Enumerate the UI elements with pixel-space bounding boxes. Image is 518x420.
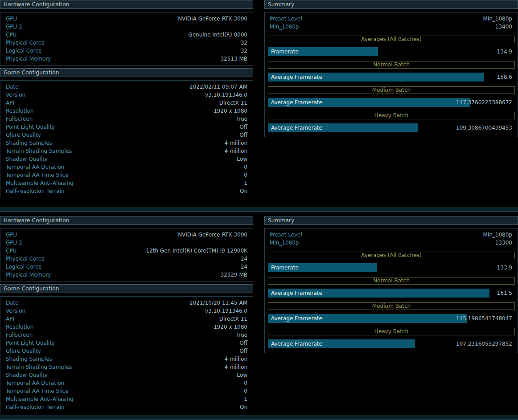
config-label: GPU 2 — [6, 239, 22, 247]
config-row: Fullscreen True — [6, 331, 247, 339]
config-row: Temporal AA Time Slice 0 — [6, 171, 247, 179]
config-label: CPU — [6, 247, 16, 255]
summary-header: Summary — [264, 0, 518, 9]
config-label: Multisample Anti-Aliasing — [6, 395, 74, 403]
benchmark-results-page: Hardware Configuration GPU NVIDIA GeForc… — [0, 0, 518, 420]
config-row: Terrain Shading Samples 4 million — [6, 147, 247, 155]
config-value: True — [236, 331, 248, 339]
framerate-value: 161.5 — [497, 289, 512, 298]
batch-section: Normal Batch Average Framerate 161.5 — [268, 277, 515, 298]
config-label: GPU — [6, 231, 17, 239]
framerate-bar-label: Average Framerate — [271, 98, 322, 107]
summary-column: Summary Preset Level Min_1080p Min_1080p… — [264, 216, 518, 415]
config-label: Version — [6, 91, 25, 99]
batch-section-header: Normal Batch — [268, 277, 515, 285]
config-row: Physical Cores 32 — [6, 39, 247, 47]
config-row: Temporal AA Time Slice 0 — [6, 387, 247, 395]
game-configuration-header: Game Configuration — [0, 68, 253, 77]
config-label: Temporal AA Duration — [6, 379, 64, 387]
batch-section: Heavy Batch Average Framerate 109.308670… — [268, 112, 515, 132]
summary-row: Min_1080p 13300 — [268, 239, 515, 247]
config-label: Logical Cores — [6, 263, 41, 271]
section-title: Game Configuration — [4, 285, 59, 292]
bottom-divider — [0, 415, 518, 420]
hardware-configuration-box: GPU NVIDIA GeForce RTX 3090 GPU 2 CPU 12… — [0, 228, 253, 282]
config-value: 0 — [244, 163, 247, 171]
config-value: 1920 x 1080 — [214, 323, 247, 331]
config-label: Shadow Quality — [6, 155, 48, 163]
framerate-value: 145.1986541748047 — [456, 314, 512, 323]
batch-section: Averages (All Batches) Framerate 133.9 — [268, 252, 515, 272]
summary-row: Preset Level Min_1080p — [268, 231, 515, 239]
framerate-bar-label: Average Framerate — [271, 123, 322, 132]
config-value: 2021/10/20 11:45 AM — [189, 299, 247, 307]
config-label: Version — [6, 307, 25, 315]
config-row: Logical Cores 24 — [6, 263, 247, 271]
config-value: 24 — [241, 255, 247, 263]
config-label: Temporal AA Duration — [6, 163, 64, 171]
config-value: True — [236, 115, 248, 123]
framerate-value: 158.6 — [497, 73, 512, 82]
config-value: 32529 MB — [220, 271, 247, 279]
framerate-bar-label: Framerate — [271, 47, 299, 56]
batch-section-title: Averages (All Batches) — [361, 36, 422, 42]
config-value: 32 — [241, 39, 247, 47]
config-row: Multisample Anti-Aliasing 1 — [6, 179, 247, 187]
section-title: Summary — [268, 1, 294, 8]
config-value: 4 million — [225, 139, 247, 147]
config-label: Resolution — [6, 323, 34, 331]
config-row: Temporal AA Duration 0 — [6, 379, 247, 387]
config-row: GPU NVIDIA GeForce RTX 3090 — [6, 15, 247, 23]
batch-section-header: Heavy Batch — [268, 112, 515, 119]
config-label: CPU — [6, 31, 16, 39]
batch-section-title: Medium Batch — [372, 303, 411, 309]
batch-section-header: Medium Batch — [268, 302, 515, 310]
config-label: Shading Samples — [6, 139, 52, 147]
config-row: Date 2021/10/20 11:45 AM — [6, 299, 247, 307]
config-row: Fullscreen True — [6, 115, 247, 123]
config-row: Shadow Quality Low — [6, 371, 247, 379]
framerate-bar-label: Average Framerate — [271, 73, 322, 82]
config-value: Low — [237, 371, 247, 379]
benchmark-result-panel-2: Hardware Configuration GPU NVIDIA GeForc… — [0, 216, 518, 415]
framerate-bar-row: Average Framerate 145.1986541748047 — [268, 314, 515, 323]
config-label: Half-resolution Terrain — [6, 403, 65, 411]
config-row: GPU 2 — [6, 23, 247, 31]
config-label: Date — [6, 299, 19, 307]
config-value: Off — [239, 339, 247, 347]
config-label: Terrain Shading Samples — [6, 363, 72, 371]
config-row: GPU NVIDIA GeForce RTX 3090 — [6, 231, 247, 239]
config-label: GPU — [6, 15, 17, 23]
config-row: CPU Genuine Intel(R) 0000 — [6, 31, 247, 39]
config-value: 24 — [241, 263, 247, 271]
game-configuration-box: Date 2022/02/11 09:07 AM Version v3.10.1… — [0, 80, 253, 198]
summary-sections: Averages (All Batches) Framerate 133.9 — [268, 252, 515, 348]
batch-section-title: Averages (All Batches) — [361, 252, 422, 258]
framerate-bar-row: Average Framerate 107.2316055297852 — [268, 339, 515, 348]
config-value: 0 — [244, 379, 247, 387]
summary-value: 13400 — [495, 23, 512, 31]
config-row: Physical Memory 32513 MB — [6, 55, 247, 63]
config-row: CPU 12th Gen Intel(R) Core(TM) i9-12900K — [6, 247, 247, 255]
framerate-bar-label: Average Framerate — [271, 289, 322, 298]
hardware-configuration-box: GPU NVIDIA GeForce RTX 3090 GPU 2 CPU Ge… — [0, 12, 253, 66]
config-label: Logical Cores — [6, 47, 41, 55]
config-row: Resolution 1920 x 1080 — [6, 323, 247, 331]
section-title: Hardware Configuration — [4, 1, 70, 8]
batch-section-title: Heavy Batch — [374, 112, 408, 118]
summary-value: 13300 — [495, 239, 512, 247]
framerate-bar-row: Average Framerate 161.5 — [268, 289, 515, 298]
config-value: 32 — [241, 47, 247, 55]
config-label: Shading Samples — [6, 355, 52, 363]
config-value: 1 — [244, 179, 247, 187]
summary-value: Min_1080p — [483, 231, 512, 239]
config-label: Glare Quality — [6, 131, 41, 139]
batch-section-header: Medium Batch — [268, 86, 515, 94]
config-label: API — [6, 99, 14, 107]
summary-label: Min_1080p — [270, 23, 299, 31]
summary-box: Preset Level Min_1080p Min_1080p 13300 — [264, 228, 518, 353]
framerate-value: 107.2316055297852 — [456, 339, 512, 348]
benchmark-result-panel-1: Hardware Configuration GPU NVIDIA GeForc… — [0, 0, 518, 199]
config-label: Point Light Quality — [6, 123, 55, 131]
config-value: v3.10.191346.0 — [205, 91, 247, 99]
